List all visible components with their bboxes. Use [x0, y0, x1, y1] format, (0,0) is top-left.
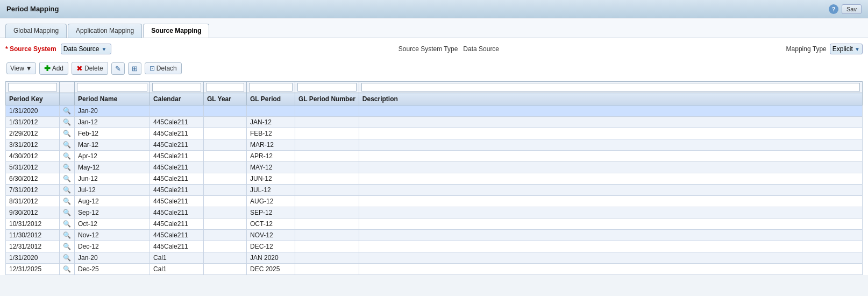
- search-icon[interactable]: 🔍: [60, 139, 75, 151]
- table-row[interactable]: 7/31/2012🔍Jul-12445Cale211JUL-12: [6, 185, 863, 196]
- filter-period-key-cell: [6, 82, 60, 93]
- cell-period-name: Aug-12: [75, 196, 150, 207]
- cell-gl-year: [204, 173, 247, 185]
- mapping-type-value: Explicit: [833, 45, 853, 53]
- cell-period-name: Jan-12: [75, 117, 150, 128]
- col-header-gl-period-number[interactable]: GL Period Number: [295, 93, 359, 105]
- search-icon[interactable]: 🔍: [60, 241, 75, 252]
- detach-button[interactable]: ⊡ Detach: [145, 62, 182, 74]
- edit-icon-button[interactable]: ✎: [111, 62, 125, 75]
- cell-period-name: Dec-25: [75, 264, 150, 275]
- cell-period-name: Jul-12: [75, 185, 150, 196]
- tab-source-mapping[interactable]: Source Mapping: [143, 24, 209, 38]
- col-header-description[interactable]: Description: [359, 93, 862, 105]
- cell-description: [359, 117, 862, 128]
- mapping-type-group: Mapping Type Explicit ▼: [786, 44, 863, 54]
- table-row[interactable]: 9/30/2012🔍Sep-12445Cale211SEP-12: [6, 207, 863, 219]
- col-header-period-key[interactable]: Period Key: [6, 93, 60, 105]
- table-row[interactable]: 1/31/2020🔍Jan-20: [6, 105, 863, 117]
- table-row[interactable]: 10/31/2012🔍Oct-12445Cale211OCT-12: [6, 219, 863, 230]
- cell-gl-year: [204, 207, 247, 219]
- search-icon[interactable]: 🔍: [60, 264, 75, 275]
- filter-gl-year-input[interactable]: [206, 83, 244, 91]
- filter-gl-period-input[interactable]: [249, 83, 293, 91]
- cell-gl-period: SEP-12: [247, 207, 295, 219]
- delete-button[interactable]: ✖ Delete: [72, 62, 108, 75]
- table-row[interactable]: 8/31/2012🔍Aug-12445Cale211AUG-12: [6, 196, 863, 207]
- col-header-calendar[interactable]: Calendar: [150, 93, 204, 105]
- cell-gl-year: [204, 241, 247, 252]
- title-bar-actions: ? Sav: [829, 4, 862, 14]
- mapping-type-select[interactable]: Explicit ▼: [830, 44, 863, 54]
- cell-period-key: 1/31/2020: [6, 252, 60, 264]
- tab-global-mapping[interactable]: Global Mapping: [5, 24, 67, 38]
- source-system-value: Data Source: [63, 45, 99, 53]
- cell-period-key: 8/31/2012: [6, 196, 60, 207]
- search-icon[interactable]: 🔍: [60, 151, 75, 162]
- table-row[interactable]: 11/30/2012🔍Nov-12445Cale211NOV-12: [6, 230, 863, 241]
- cell-gl-period-number: [295, 241, 359, 252]
- table-row[interactable]: 4/30/2012🔍Apr-12445Cale211APR-12: [6, 151, 863, 162]
- mapping-type-arrow-icon: ▼: [855, 46, 860, 52]
- table-row[interactable]: 2/29/2012🔍Feb-12445Cale211FEB-12: [6, 128, 863, 139]
- filter-calendar-input[interactable]: [152, 83, 201, 91]
- cell-period-name: Jun-12: [75, 173, 150, 185]
- source-system-label: * Source System: [5, 45, 56, 53]
- table-row[interactable]: 6/30/2012🔍Jun-12445Cale211JUN-12: [6, 173, 863, 185]
- search-icon[interactable]: 🔍: [60, 196, 75, 207]
- cell-period-name: Mar-12: [75, 139, 150, 151]
- search-icon[interactable]: 🔍: [60, 230, 75, 241]
- filter-gl-period-num-input[interactable]: [297, 83, 357, 91]
- filter-period-name-input[interactable]: [77, 83, 147, 91]
- filter-search-icon-cell: [60, 82, 75, 93]
- source-system-arrow-icon: ▼: [101, 46, 106, 52]
- col-header-period-name[interactable]: Period Name: [75, 93, 150, 105]
- search-icon[interactable]: 🔍: [60, 128, 75, 139]
- tab-application-mapping[interactable]: Application Mapping: [68, 24, 142, 38]
- cell-gl-period: JAN-12: [247, 117, 295, 128]
- cell-calendar: 445Cale211: [150, 241, 204, 252]
- cell-gl-year: [204, 252, 247, 264]
- save-button[interactable]: Sav: [842, 4, 862, 14]
- cell-gl-period: DEC-12: [247, 241, 295, 252]
- search-icon[interactable]: 🔍: [60, 117, 75, 128]
- add-button[interactable]: ✚ Add: [39, 62, 68, 75]
- search-icon[interactable]: 🔍: [60, 162, 75, 173]
- main-content: Global Mapping Application Mapping Sourc…: [0, 18, 868, 275]
- col-header-gl-period[interactable]: GL Period: [247, 93, 295, 105]
- cell-description: [359, 219, 862, 230]
- cell-gl-period-number: [295, 162, 359, 173]
- cell-period-key: 12/31/2025: [6, 264, 60, 275]
- search-icon[interactable]: 🔍: [60, 185, 75, 196]
- search-icon[interactable]: 🔍: [60, 173, 75, 185]
- col-header-gl-year[interactable]: GL Year: [204, 93, 247, 105]
- table-row[interactable]: 12/31/2025🔍Dec-25Cal1DEC 2025: [6, 264, 863, 275]
- view-button[interactable]: View ▼: [6, 62, 36, 74]
- cell-period-name: Jan-20: [75, 252, 150, 264]
- table-row[interactable]: 12/31/2012🔍Dec-12445Cale211DEC-12: [6, 241, 863, 252]
- source-system-select[interactable]: Data Source ▼: [61, 44, 112, 54]
- table-row[interactable]: 3/31/2012🔍Mar-12445Cale211MAR-12: [6, 139, 863, 151]
- filter-description-input[interactable]: [361, 83, 860, 91]
- cell-gl-year: [204, 139, 247, 151]
- search-icon[interactable]: 🔍: [60, 252, 75, 264]
- search-icon[interactable]: 🔍: [60, 219, 75, 230]
- table-row[interactable]: 1/31/2020🔍Jan-20Cal1JAN 2020: [6, 252, 863, 264]
- cell-gl-period: FEB-12: [247, 128, 295, 139]
- grid-icon-button[interactable]: ⊞: [128, 62, 141, 75]
- cell-period-key: 9/30/2012: [6, 207, 60, 219]
- cell-period-name: Nov-12: [75, 230, 150, 241]
- cell-gl-period-number: [295, 264, 359, 275]
- cell-gl-period-number: [295, 207, 359, 219]
- cell-gl-period-number: [295, 219, 359, 230]
- cell-gl-period-number: [295, 173, 359, 185]
- table-row[interactable]: 1/31/2012🔍Jan-12445Cale211JAN-12: [6, 117, 863, 128]
- cell-calendar: Cal1: [150, 264, 204, 275]
- help-icon[interactable]: ?: [829, 4, 838, 14]
- detach-icon: ⊡: [150, 65, 155, 72]
- content-area: * Source System Data Source ▼ Source Sys…: [0, 38, 868, 275]
- search-icon[interactable]: 🔍: [60, 105, 75, 117]
- filter-period-key-input[interactable]: [8, 83, 57, 91]
- table-row[interactable]: 5/31/2012🔍May-12445Cale211MAY-12: [6, 162, 863, 173]
- search-icon[interactable]: 🔍: [60, 207, 75, 219]
